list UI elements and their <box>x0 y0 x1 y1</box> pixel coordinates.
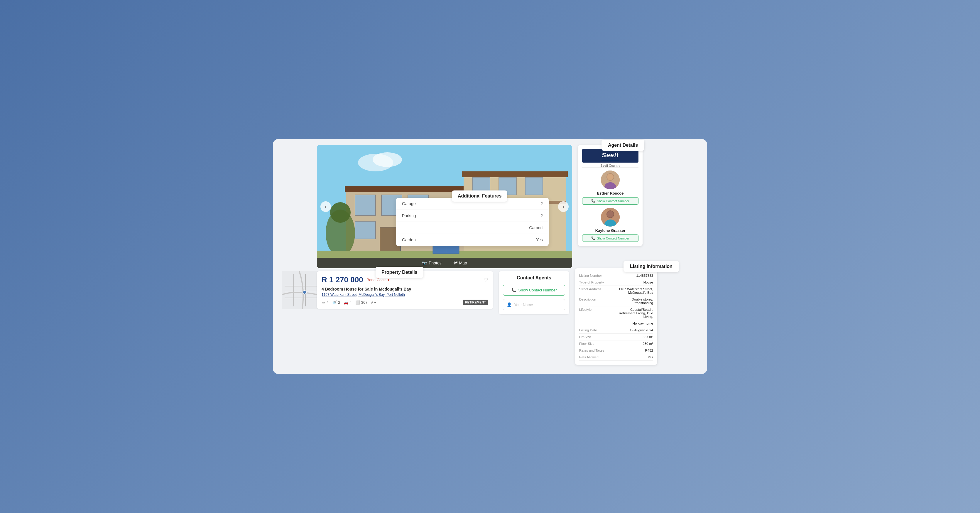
listing-row-value: Coastal/Beach, Retirement Living, Due Li… <box>614 308 653 319</box>
map-button[interactable]: 🗺 Map <box>453 261 467 265</box>
agent-avatar-kaylene <box>601 208 620 226</box>
expand-size-icon[interactable]: ▾ <box>374 300 376 304</box>
feature-value: Yes <box>473 234 549 246</box>
feature-label: Parking <box>396 210 473 222</box>
svg-point-2 <box>372 152 402 167</box>
listing-row-label: Listing Date <box>579 328 614 332</box>
listing-row-label: Rates and Taxes <box>579 349 614 352</box>
bond-costs-button[interactable]: Bond Costs ▾ <box>367 278 390 282</box>
svg-rect-4 <box>345 186 465 192</box>
svg-rect-29 <box>305 274 306 306</box>
prev-image-button[interactable]: ‹ <box>320 201 331 212</box>
listing-row-label: Street Address <box>579 287 614 294</box>
listing-row-value: Yes <box>614 355 653 359</box>
listing-row-value: 114857883 <box>614 274 653 277</box>
feature-value: 2 <box>473 210 549 222</box>
your-name-input[interactable]: 👤 Your Name <box>503 299 565 310</box>
beds-stat: 🛏 4 <box>321 300 329 304</box>
seeff-logo-text: Seeff <box>602 151 619 159</box>
listing-row-label: Description <box>579 298 614 304</box>
listing-row: Type of PropertyHouse <box>579 279 653 286</box>
listing-row: Rates and TaxesR452 <box>579 347 653 354</box>
show-contact-button-main[interactable]: 📞 Show Contact Number <box>503 285 565 296</box>
agent-details-header: Agent Details <box>601 140 644 151</box>
agent-name-esther: Esther Roscoe <box>597 191 624 196</box>
listing-row-value: House <box>614 280 653 284</box>
favorite-button[interactable]: ♡ <box>484 277 488 283</box>
phone-icon-main: 📞 <box>511 288 516 292</box>
listing-row-value: Holiday home <box>614 322 653 325</box>
listing-row-label: Lifestyle <box>579 308 614 319</box>
property-stats: 🛏 4 🚿 2 🚗 4 ⬜ 367 m² ▾ RETIREMENT <box>321 300 488 305</box>
phone-icon-kaylene: 📞 <box>591 236 595 240</box>
listing-row-label: Listing Number <box>579 274 614 277</box>
listing-row-label: Erf Size <box>579 335 614 339</box>
listing-row-value: R452 <box>614 349 653 352</box>
photo-icon: 📷 <box>422 261 427 265</box>
listing-row: Pets AllowedYes <box>579 354 653 361</box>
contact-agents-panel: Contact Agents 📞 Show Contact Number 👤 Y… <box>499 271 569 314</box>
property-details-header: Property Details <box>375 267 423 278</box>
contact-agents-title: Contact Agents <box>503 275 565 280</box>
image-toolbar: 📷 Photos 🗺 Map <box>317 258 572 268</box>
retirement-badge: RETIREMENT <box>463 300 488 305</box>
baths-stat: 🚿 2 <box>332 300 340 304</box>
bed-icon: 🛏 <box>321 300 325 304</box>
svg-point-18 <box>330 202 351 223</box>
listing-row-value: 367 m² <box>614 335 653 339</box>
agent-card-esther: Esther Roscoe 📞 Show Contact Number <box>582 167 638 205</box>
additional-features-panel: Garage2Parking2CarportGardenYes <box>396 198 549 246</box>
listing-info-panel: Listing Number114857883Type of PropertyH… <box>575 268 657 365</box>
listing-row-value: Double storey, freestanding <box>614 298 653 304</box>
feature-label <box>396 222 473 234</box>
feature-row: GardenYes <box>396 234 549 246</box>
property-price: R 1 270 000 <box>321 275 363 284</box>
person-icon: 👤 <box>507 302 512 307</box>
listing-row-label <box>579 322 614 325</box>
photos-button[interactable]: 📷 Photos <box>422 261 442 265</box>
agent-name-kaylene: Kaylene Grasser <box>595 228 625 233</box>
property-title: 4 Bedroom House for Sale in Mcdougall's … <box>321 287 488 292</box>
listing-row-label: Type of Property <box>579 280 614 284</box>
listing-info-header: Listing Information <box>624 261 679 272</box>
next-image-button[interactable]: › <box>558 201 569 212</box>
svg-rect-5 <box>355 195 375 215</box>
seeff-country: Seeff Country <box>582 164 638 167</box>
listing-row: Holiday home <box>579 320 653 327</box>
property-address[interactable]: 1167 Waterkant Street, McDougall's Bay, … <box>321 293 488 297</box>
feature-value: Carport <box>473 222 549 234</box>
show-contact-button-kaylene[interactable]: 📞 Show Contact Number <box>582 234 638 242</box>
size-stat: ⬜ 367 m² ▾ <box>355 300 376 304</box>
bath-icon: 🚿 <box>332 300 337 304</box>
seeff-underline <box>601 160 619 160</box>
listing-row-label: Floor Size <box>579 342 614 346</box>
svg-rect-8 <box>355 221 375 239</box>
listing-row: Erf Size367 m² <box>579 334 653 341</box>
svg-point-31 <box>303 290 306 294</box>
svg-point-39 <box>607 211 614 217</box>
map-icon: 🗺 <box>453 261 457 265</box>
garages-stat: 🚗 4 <box>344 300 352 304</box>
svg-rect-16 <box>525 177 543 195</box>
features-table: Garage2Parking2CarportGardenYes <box>396 198 549 246</box>
listing-row-value: 1167 Waterkant Street, McDougall's Bay <box>614 287 653 294</box>
listing-row: Street Address1167 Waterkant Street, McD… <box>579 286 653 296</box>
listing-row-value: 230 m² <box>614 342 653 346</box>
seeff-logo: Seeff <box>582 149 638 163</box>
listing-row: Listing Number114857883 <box>579 272 653 279</box>
feature-row: Parking2 <box>396 210 549 222</box>
listing-row: Listing Date19 August 2024 <box>579 327 653 334</box>
area-icon: ⬜ <box>355 300 360 304</box>
feature-row: Carport <box>396 222 549 234</box>
listing-row-label: Pets Allowed <box>579 355 614 359</box>
chevron-down-icon: ▾ <box>388 278 390 282</box>
additional-features-header: Additional Features <box>452 190 508 202</box>
listing-row: DescriptionDouble storey, freestanding <box>579 296 653 306</box>
phone-icon-esther: 📞 <box>591 199 595 203</box>
agent-panel: Seeff Seeff Country Esther Roscoe <box>578 145 643 246</box>
feature-label: Garden <box>396 234 473 246</box>
svg-rect-28 <box>293 274 294 306</box>
show-contact-button-esther[interactable]: 📞 Show Contact Number <box>582 197 638 205</box>
agent-avatar-esther <box>601 170 620 189</box>
car-icon: 🚗 <box>344 300 348 304</box>
